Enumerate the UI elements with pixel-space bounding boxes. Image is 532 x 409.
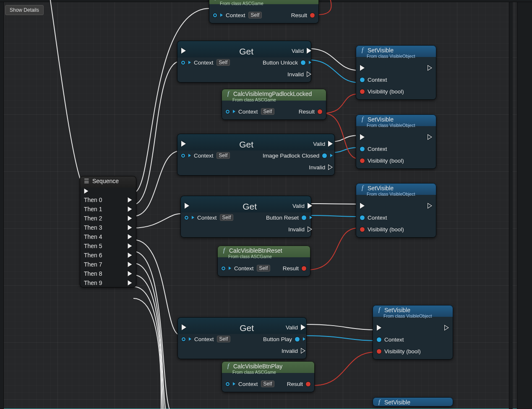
pin-in[interactable]	[360, 158, 365, 163]
node-calc-btn-play[interactable]: fCalcVisibleBtnPlay From class ASCGame C…	[222, 361, 315, 392]
exec-in-pin[interactable]	[84, 189, 89, 194]
exec-in-pin[interactable]	[182, 324, 186, 330]
node-title: Get	[240, 202, 259, 233]
node-subtitle: From class VisibleObject	[356, 54, 436, 61]
exec-out-pin[interactable]	[128, 234, 132, 240]
exec-out-pin[interactable]	[128, 253, 132, 258]
exec-in-pin[interactable]	[360, 134, 365, 140]
pin-in[interactable]	[377, 337, 381, 342]
exec-in-pin[interactable]	[360, 203, 365, 209]
node-setvisible-1[interactable]: fSetVisible From class VisibleObject Con…	[356, 45, 436, 100]
pin-out[interactable]	[306, 382, 310, 386]
pin-in[interactable]	[181, 61, 185, 65]
exec-out-pin[interactable]	[308, 203, 312, 209]
node-calc-padlock[interactable]: fCalcVisibleImgPadlockLocked From class …	[222, 89, 326, 120]
node-sequence[interactable]: ☰Sequence Then 0Then 1Then 2Then 3Then 4…	[80, 176, 136, 287]
exec-out-pin[interactable]	[128, 280, 132, 286]
pin-in[interactable]	[185, 216, 188, 220]
node-subtitle: From class VisibleObject	[356, 192, 436, 199]
exec-in-pin[interactable]	[185, 203, 189, 209]
node-get-button-reset[interactable]: ContextSelf Get Valid Button Reset Inval…	[180, 196, 311, 238]
exec-out-pin[interactable]	[128, 271, 132, 277]
pin-in[interactable]	[213, 13, 217, 17]
exec-out-pin[interactable]	[308, 226, 312, 232]
exec-out-pin[interactable]	[128, 243, 132, 249]
exec-in-pin[interactable]	[360, 65, 365, 71]
pin-out[interactable]	[322, 153, 327, 158]
pin-in[interactable]	[226, 382, 229, 386]
node-subtitle: From class VisibleObject	[373, 313, 453, 321]
node-setvisible-3[interactable]: fSetVisible From class VisibleObject Con…	[356, 183, 436, 238]
node-subtitle: From class ASCGame	[222, 370, 315, 377]
pin-in[interactable]	[226, 110, 229, 114]
pin-in[interactable]	[377, 349, 381, 354]
exec-in-pin[interactable]	[181, 48, 186, 54]
self-chip[interactable]: Self	[217, 336, 231, 342]
pin-out[interactable]	[310, 13, 315, 18]
show-details-button[interactable]: Show Details	[5, 5, 44, 15]
node-get-button-play[interactable]: ContextSelf Get Valid Button Play Invali…	[177, 317, 307, 359]
self-chip[interactable]: Self	[248, 12, 262, 18]
node-subtitle: From class ASCGame	[217, 254, 310, 261]
sequence-then-row: Then 3	[80, 223, 136, 232]
function-icon: f	[360, 116, 365, 123]
self-chip[interactable]: Self	[261, 381, 275, 387]
exec-out-pin[interactable]	[428, 203, 432, 209]
sequence-then-row: Then 1	[80, 204, 136, 214]
sequence-then-row: Then 5	[80, 241, 136, 251]
node-setvisible-2[interactable]: fSetVisible From class VisibleObject Con…	[356, 114, 436, 169]
pin-out[interactable]	[301, 60, 305, 65]
exec-out-pin[interactable]	[328, 141, 333, 147]
pin-in[interactable]	[360, 89, 365, 94]
pin-out[interactable]	[318, 109, 322, 114]
sequence-then-row: Then 2	[80, 214, 136, 223]
exec-out-pin[interactable]	[428, 65, 432, 71]
pin-in[interactable]	[360, 78, 365, 82]
sequence-then-row: Then 0	[80, 195, 136, 204]
exec-out-pin[interactable]	[301, 348, 305, 354]
pin-in[interactable]	[360, 215, 365, 220]
exec-out-pin[interactable]	[307, 71, 311, 77]
pin-in[interactable]	[360, 227, 365, 232]
exec-out-pin[interactable]	[328, 164, 333, 170]
exec-out-pin[interactable]	[307, 48, 311, 54]
exec-out-pin[interactable]	[428, 134, 432, 140]
node-setvisible-4[interactable]: fSetVisible From class VisibleObject Con…	[373, 305, 453, 360]
node-subtitle: From class ASCGame	[222, 97, 326, 105]
self-chip[interactable]: Self	[220, 214, 234, 221]
function-icon: f	[213, 0, 218, 1]
exec-out-pin[interactable]	[128, 197, 132, 203]
node-title: CalcVisibleBtnReset	[229, 247, 282, 254]
exec-out-pin[interactable]	[128, 225, 132, 230]
exec-out-pin[interactable]	[128, 207, 132, 212]
exec-out-pin[interactable]	[444, 325, 449, 331]
node-setvisible-5[interactable]: fSetVisible	[373, 397, 453, 406]
pin-in[interactable]	[222, 267, 225, 270]
pin-in[interactable]	[182, 337, 185, 341]
node-title: SetVisible	[368, 47, 394, 54]
sequence-then-row: Then 7	[80, 260, 136, 269]
self-chip[interactable]: Self	[261, 108, 275, 115]
pin-in[interactable]	[181, 154, 185, 158]
pin-out[interactable]	[302, 266, 306, 271]
node-title: SetVisible	[384, 399, 410, 406]
self-chip[interactable]: Self	[216, 59, 230, 66]
node-get-padlock[interactable]: ContextSelf Get Valid Image Padlock Clos…	[177, 134, 335, 176]
pin-out[interactable]	[302, 215, 306, 220]
node-title: Sequence	[92, 178, 119, 184]
pin-out[interactable]	[295, 337, 300, 342]
sequence-then-row: Then 6	[80, 251, 136, 260]
exec-in-pin[interactable]	[377, 325, 381, 331]
node-get-button-unlock[interactable]: ContextSelf Get Valid Button Unlock Inva…	[177, 41, 311, 83]
exec-in-pin[interactable]	[181, 141, 186, 147]
node-title: SetVisible	[384, 307, 410, 313]
exec-out-pin[interactable]	[301, 324, 305, 330]
pin-in[interactable]	[360, 147, 365, 151]
node-title: SetVisible	[368, 185, 394, 192]
exec-out-pin[interactable]	[128, 216, 132, 221]
exec-out-pin[interactable]	[128, 262, 132, 267]
self-chip[interactable]: Self	[257, 265, 271, 272]
node-calc-btn-reset[interactable]: fCalcVisibleBtnReset From class ASCGame …	[217, 246, 310, 277]
self-chip[interactable]: Self	[216, 152, 230, 159]
node-calc-top[interactable]: f From class ASCGame ContextSelf Result	[209, 0, 319, 23]
